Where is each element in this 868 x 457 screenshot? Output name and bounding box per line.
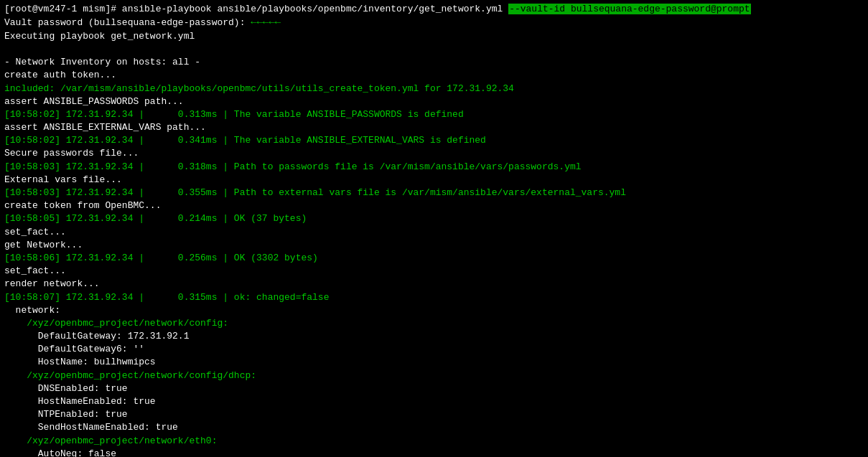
ntp-enabled-line: NTPEnabled: true: [4, 408, 864, 421]
hostname-line: HostName: bullhwmipcs: [4, 356, 864, 369]
create-auth-line: create auth token...: [4, 69, 864, 82]
hostname-enabled-line: HostNameEnabled: true: [4, 395, 864, 408]
render-network-line: render network...: [4, 278, 864, 291]
default-gateway-line: DefaultGateway: 172.31.92.1: [4, 330, 864, 343]
send-hostname-line: SendHostNameEnabled: true: [4, 421, 864, 434]
dhcp-path-line: /xyz/openbmc_project/network/config/dhcp…: [4, 369, 864, 382]
command-line: [root@vm247-1 mism]# ansible-playbook an…: [4, 3, 864, 16]
log-token-ok: [10:58:05] 172.31.92.34 | 0.214ms | OK (…: [4, 212, 864, 225]
network-key-line: network:: [4, 304, 864, 317]
assert-external-line: assert ANSIBLE_EXTERNAL_VARS path...: [4, 121, 864, 134]
eth0-path-line: /xyz/openbmc_project/network/eth0:: [4, 435, 864, 448]
prompt: [root@vm247-1 mism]#: [4, 4, 122, 14]
log-external-defined: [10:58:02] 172.31.92.34 | 0.341ms | The …: [4, 134, 864, 147]
assert-passwords-line: assert ANSIBLE_PASSWORDS path...: [4, 95, 864, 108]
included-line: included: /var/mism/ansible/playbooks/op…: [4, 83, 864, 95]
log-passwords-path: [10:58:03] 172.31.92.34 | 0.318ms | Path…: [4, 161, 864, 174]
executing-line: Executing playbook get_network.yml: [4, 30, 864, 43]
log-passwords-defined: [10:58:02] 172.31.92.34 | 0.313ms | The …: [4, 108, 864, 121]
default-gateway6-line: DefaultGateway6: '': [4, 343, 864, 356]
config-path-line: /xyz/openbmc_project/network/config:: [4, 317, 864, 330]
network-inventory-line: - Network Inventory on hosts: all -: [4, 56, 864, 69]
external-vars-line: External vars file...: [4, 174, 864, 187]
log-render-ok: [10:58:07] 172.31.92.34 | 0.315ms | ok: …: [4, 291, 864, 304]
terminal: [root@vm247-1 mism]# ansible-playbook an…: [0, 0, 868, 457]
dns-enabled-line: DNSEnabled: true: [4, 382, 864, 395]
cmd-text: ansible-playbook ansible/playbooks/openb…: [122, 4, 508, 14]
arrow-icon: ←←←←←: [251, 16, 281, 30]
get-network-line: get Network...: [4, 239, 864, 252]
create-token-line: create token from OpenBMC...: [4, 199, 864, 212]
log-external-path: [10:58:03] 172.31.92.34 | 0.355ms | Path…: [4, 187, 864, 199]
vault-id-arg: --vault-id bullsequana-edge-password@pro…: [508, 4, 750, 14]
secure-passwords-line: Secure passwords file...: [4, 147, 864, 160]
vault-password-line: Vault password (bullsequana-edge-passwor…: [4, 16, 864, 30]
set-fact-1-line: set_fact...: [4, 226, 864, 239]
log-network-ok: [10:58:06] 172.31.92.34 | 0.256ms | OK (…: [4, 252, 864, 265]
vault-prompt: Vault password (bullsequana-edge-passwor…: [4, 17, 251, 29]
autoneg-line: AutoNeg: false: [4, 448, 864, 457]
blank-line-1: [4, 43, 864, 56]
set-fact-2-line: set_fact...: [4, 265, 864, 278]
